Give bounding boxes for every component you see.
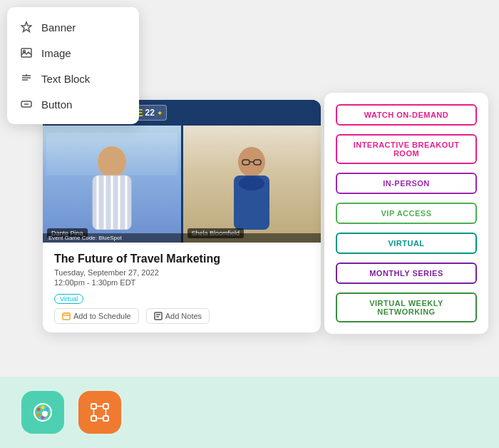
event-info: The Future of Travel Marketing Tuesday, … bbox=[43, 243, 321, 332]
text-icon bbox=[20, 72, 33, 85]
badge-panel: WATCH ON-DEMANDINTERACTIVE BREAKOUT ROOM… bbox=[324, 93, 488, 334]
svg-point-36 bbox=[46, 408, 49, 412]
aae-year: 22 bbox=[145, 108, 155, 118]
svg-rect-30 bbox=[155, 312, 162, 320]
notes-icon bbox=[154, 312, 163, 320]
add-to-schedule-label: Add to Schedule bbox=[73, 312, 131, 320]
badge-item-6[interactable]: VIRTUAL WEEKLY NETWORKING bbox=[336, 292, 477, 322]
banner-label: Banner bbox=[41, 21, 76, 34]
person-photo-left: Dante Pina bbox=[43, 126, 181, 243]
person-divider bbox=[181, 126, 183, 243]
svg-point-35 bbox=[41, 406, 45, 409]
event-time: 12:00pm - 1:30pm EDT bbox=[54, 278, 309, 287]
event-date: Tuesday, September 27, 2022 bbox=[54, 268, 309, 277]
event-card: Association ofAirline Executives A A E 2… bbox=[43, 100, 321, 332]
people-row: Dante Pina Shela Bloomfield bbox=[43, 126, 321, 243]
badge-item-4[interactable]: VIRTUAL bbox=[336, 233, 477, 254]
add-to-schedule-button[interactable]: Add to Schedule bbox=[54, 308, 139, 324]
add-notes-label: Add Notes bbox=[165, 312, 202, 320]
svg-rect-41 bbox=[91, 404, 96, 409]
palette-icon bbox=[31, 401, 54, 424]
aae-star: ✦ bbox=[157, 109, 163, 117]
badge-item-5[interactable]: MONTHLY SERIES bbox=[336, 263, 477, 284]
event-actions: Add to Schedule Add Notes bbox=[54, 308, 309, 324]
virtual-badge: Virtual bbox=[54, 294, 83, 304]
badge-item-1[interactable]: INTERACTIVE BREAKOUT ROOM bbox=[336, 134, 477, 164]
dropdown-menu: Banner Image Text Block bbox=[7, 7, 139, 124]
dropdown-item-banner[interactable]: Banner bbox=[7, 14, 139, 40]
svg-rect-44 bbox=[103, 416, 108, 421]
dropdown-item-image[interactable]: Image bbox=[7, 40, 139, 66]
bottom-toolbar bbox=[0, 377, 499, 448]
person-photo-right: Shela Bloomfield bbox=[183, 126, 321, 243]
svg-rect-26 bbox=[63, 313, 70, 320]
star-icon bbox=[20, 21, 33, 34]
image-icon bbox=[20, 46, 33, 59]
svg-point-34 bbox=[37, 408, 41, 412]
person-right-silhouette bbox=[220, 144, 284, 230]
dropdown-item-button[interactable]: Button bbox=[7, 91, 139, 117]
person-left-silhouette bbox=[80, 144, 144, 230]
event-title: The Future of Travel Marketing bbox=[54, 253, 309, 265]
add-notes-button[interactable]: Add Notes bbox=[146, 308, 210, 324]
textblock-label: Text Block bbox=[41, 73, 90, 85]
calendar-icon bbox=[62, 312, 71, 320]
svg-rect-42 bbox=[103, 404, 108, 409]
palette-tool-button[interactable] bbox=[21, 391, 64, 434]
nodes-tool-button[interactable] bbox=[78, 391, 121, 434]
dropdown-item-textblock[interactable]: Text Block bbox=[7, 66, 139, 91]
svg-point-39 bbox=[37, 414, 41, 417]
svg-point-25 bbox=[239, 176, 264, 190]
svg-rect-43 bbox=[91, 416, 96, 421]
badge-item-2[interactable]: IN-PERSON bbox=[336, 173, 477, 194]
game-code-bar: Event Game Code: BlueSpot bbox=[43, 233, 321, 243]
button-icon bbox=[20, 98, 33, 111]
badge-item-3[interactable]: VIP ACCESS bbox=[336, 203, 477, 224]
svg-point-40 bbox=[42, 411, 48, 417]
button-label: Button bbox=[41, 98, 72, 111]
svg-point-12 bbox=[98, 146, 126, 178]
svg-marker-0 bbox=[21, 22, 31, 32]
image-label: Image bbox=[41, 47, 71, 59]
badge-item-0[interactable]: WATCH ON-DEMAND bbox=[336, 104, 477, 126]
nodes-icon bbox=[88, 401, 111, 424]
